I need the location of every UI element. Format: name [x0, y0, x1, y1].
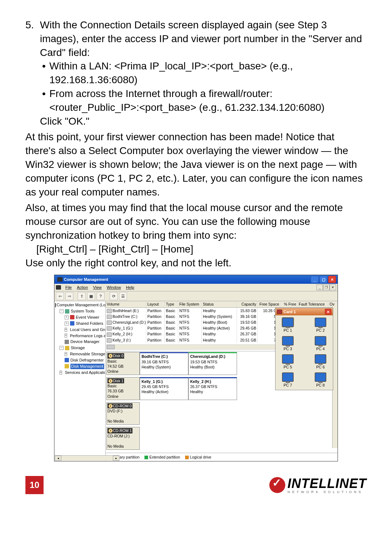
pc-item[interactable]: PC 7: [278, 372, 298, 388]
disk-block[interactable]: 📀CD-ROM 1CD-ROM (J:)No Media: [106, 427, 237, 450]
back-button[interactable]: ⇦: [56, 292, 64, 300]
brand-name: INTELLINET: [287, 477, 367, 490]
para-sync: Also, at times you may find that the loc…: [25, 201, 367, 242]
pc-item[interactable]: PC 6: [310, 354, 331, 370]
select-computer-overlay[interactable]: Card 1 ✕ PC 1PC 2PC 3PC 4PC 5PC 6PC 7PC …: [275, 308, 333, 390]
forward-button[interactable]: ⇨: [65, 292, 73, 300]
tree-storage[interactable]: Storage: [71, 345, 85, 351]
brand-sub: NETWORK SOLUTIONS: [287, 490, 367, 494]
monitor-icon: [282, 372, 294, 382]
nav-tree[interactable]: Computer Management (Local) −System Tool…: [54, 301, 106, 461]
brand: INTELLINET NETWORK SOLUTIONS: [269, 477, 367, 494]
menu-file[interactable]: File: [65, 285, 73, 290]
tree-device-manager[interactable]: Device Manager: [70, 339, 99, 344]
pc-item[interactable]: PC 3: [278, 336, 298, 351]
monitor-icon: [282, 354, 294, 364]
para-connected: At this point, your first viewer connect…: [25, 130, 367, 199]
monitor-icon: [315, 336, 326, 346]
mdi-restore[interactable]: ❐: [323, 284, 330, 290]
click-ok: Click "OK.": [40, 114, 367, 128]
pc-item[interactable]: PC 2: [310, 318, 331, 333]
tree-services[interactable]: Services and Applications: [65, 370, 106, 375]
menu-window[interactable]: Window: [106, 285, 122, 290]
maximize-button[interactable]: ▢: [319, 276, 327, 283]
disk-block[interactable]: 📀Disk 1Basic76.33 GBOnlineKelly_1 (G:)29…: [106, 377, 237, 400]
tree-shared-folders[interactable]: Shared Folders: [76, 321, 103, 326]
app-icon: [57, 277, 62, 282]
window-title: Computer Management: [64, 277, 108, 282]
toolbar: ⇦ ⇨ ⇧ ▦ ? ⟳ ☰: [54, 291, 338, 301]
monitor-icon: [315, 372, 326, 382]
legend: Primary partition Extended partition Log…: [106, 453, 338, 461]
bullet-lan: Within a LAN: <Prima IP_local_IP>:<port_…: [49, 59, 367, 87]
monitor-icon: [282, 336, 294, 346]
close-button[interactable]: ✕: [328, 276, 336, 283]
hotkey: [Right_Ctrl] – [Right_Ctrl] – [Home]: [36, 242, 367, 256]
card-icon: [277, 310, 282, 314]
refresh-button[interactable]: ⟳: [110, 292, 118, 300]
list-button[interactable]: ☰: [119, 292, 127, 300]
pc-item[interactable]: PC 4: [310, 336, 331, 351]
help-button[interactable]: ?: [97, 292, 105, 300]
monitor-icon: [315, 354, 326, 364]
brand-logo-icon: [269, 477, 285, 493]
tree-h-scrollbar[interactable]: ◂▸: [55, 455, 119, 461]
bullet-net1: From across the Internet through a firew…: [49, 87, 324, 101]
tree-local-users[interactable]: Local Users and Groups: [70, 327, 106, 332]
menubar: File Action View Window Help _ ❐ ✕: [54, 284, 338, 291]
menu-action[interactable]: Action: [76, 285, 89, 290]
tree-removable[interactable]: Removable Storage: [70, 351, 105, 357]
step5-text: With the Connection Details screen displ…: [40, 18, 367, 59]
tree-event-viewer[interactable]: Event Viewer: [76, 315, 99, 320]
mdi-minimize[interactable]: _: [317, 284, 323, 290]
bullet-net2: <router_Public_IP>:<port_base> (e.g., 61…: [49, 101, 324, 114]
volume-header[interactable]: Volume Layout Type File System Status Ca…: [106, 301, 338, 307]
card-close-button[interactable]: ✕: [325, 309, 331, 315]
step-number: 5.: [25, 18, 40, 128]
pc-item[interactable]: PC 1: [278, 318, 298, 333]
para-right-ctrl: Use only the right control key, and not …: [25, 256, 367, 270]
screenshot-computer-management: Computer Management _ ▢ ✕ File Action Vi…: [54, 275, 338, 461]
doc-icon: [56, 285, 61, 290]
menu-help[interactable]: Help: [125, 285, 135, 290]
mdi-close[interactable]: ✕: [330, 284, 336, 290]
page-number: 10: [25, 476, 44, 494]
card-title: Card 1: [283, 309, 296, 315]
props-button[interactable]: ▦: [87, 292, 95, 300]
monitor-icon: [315, 318, 326, 327]
pc-item[interactable]: PC 5: [278, 354, 298, 370]
tree-disk-mgmt[interactable]: Disk Management: [70, 364, 104, 369]
minimize-button[interactable]: _: [311, 276, 319, 283]
tree-root[interactable]: Computer Management (Local): [57, 302, 106, 308]
tree-system-tools[interactable]: System Tools: [71, 308, 94, 314]
disk-block[interactable]: 📀Disk 0Basic74.52 GBOnlineBodhiTree (C:)…: [106, 352, 237, 375]
titlebar[interactable]: Computer Management _ ▢ ✕: [54, 275, 338, 284]
pc-item[interactable]: PC 8: [310, 372, 331, 388]
up-button[interactable]: ⇧: [78, 292, 86, 300]
menu-view[interactable]: View: [92, 285, 102, 290]
disk-panels[interactable]: 📀Disk 0Basic74.52 GBOnlineBodhiTree (C:)…: [106, 351, 238, 453]
tree-defrag[interactable]: Disk Defragmenter: [70, 358, 104, 363]
disk-block[interactable]: 📀CD-ROM 0DVD (F:)No Media: [106, 402, 237, 425]
tree-perf-logs[interactable]: Performance Logs and Alerts: [70, 333, 106, 339]
monitor-icon: [282, 318, 294, 327]
